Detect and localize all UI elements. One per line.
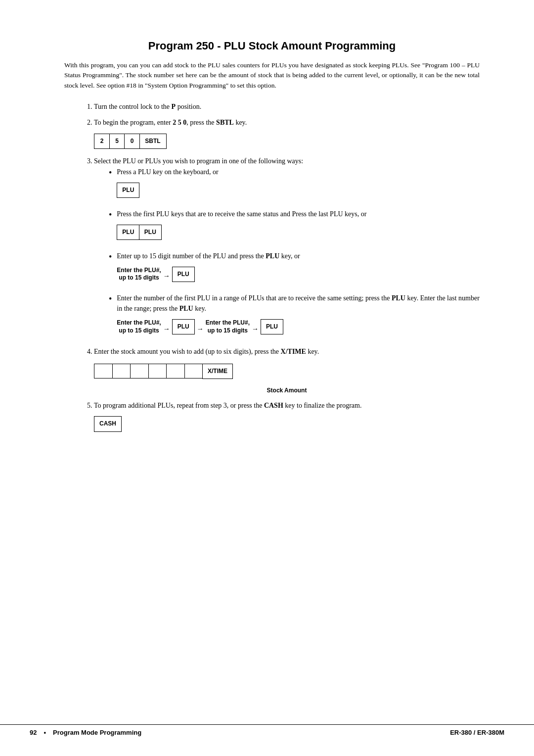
key-plu-b3: PLU — [172, 267, 195, 282]
bullet-4-dot: • — [109, 294, 112, 303]
bullet-2-content: Press the first PLU keys that are to rec… — [117, 209, 366, 247]
key-stock-1 — [94, 364, 113, 378]
footer: 92 • Program Mode Programming ER-380 / E… — [0, 724, 534, 736]
step-4-key-area: X/TIME Stock Amount — [94, 364, 480, 395]
bullet-1-content: Press a PLU key on the keyboard, or PLU — [117, 167, 218, 205]
bullet-3-labeled-key: Enter the PLU#, up to 15 digits — [117, 267, 161, 282]
bullet-3-label-line1: Enter the PLU#, — [117, 267, 161, 275]
footer-page-num: 92 — [30, 729, 37, 736]
bullet-1-dot: • — [109, 168, 112, 177]
bullet-1-text: Press a PLU key on the keyboard, or — [117, 167, 218, 178]
step-1-text: Turn the control lock to the P position. — [94, 103, 201, 110]
key-plu-b4b: PLU — [261, 319, 283, 334]
footer-right-label: ER-380 / ER-380M — [450, 729, 504, 736]
step-4-key-sequence: X/TIME — [94, 364, 233, 379]
step-3-text: Select the PLU or PLUs you wish to progr… — [94, 157, 303, 165]
step-5-keys: CASH — [94, 416, 480, 431]
step-5-text: To program additional PLUs, repeat from … — [94, 402, 361, 409]
bullet-section: • Press a PLU key on the keyboard, or PL… — [109, 167, 480, 341]
bullet-3-label-line2: up to 15 digits — [119, 274, 159, 282]
bullet-1-keys: PLU — [117, 183, 218, 198]
bullet-2-text: Press the first PLU keys that are to rec… — [117, 209, 366, 220]
bullet-2: • Press the first PLU keys that are to r… — [109, 209, 480, 247]
step-4: Enter the stock amount you wish to add (… — [94, 346, 480, 395]
bullet-3: • Enter up to 15 digit number of the PLU… — [109, 251, 480, 289]
key-xtime: X/TIME — [202, 364, 233, 379]
bullet-4-label1-line1: Enter the PLU#, — [117, 319, 161, 327]
bullet-4-label1-line2: up to 15 digits — [119, 327, 159, 335]
bullet-4-arrow3: → — [252, 324, 259, 334]
step-2-text: To begin the program, enter 2 5 0, press… — [94, 119, 247, 126]
key-0: 0 — [124, 134, 140, 149]
bullet-4-label2-line2: up to 15 digits — [208, 327, 248, 335]
bullet-4-labeled-key1: Enter the PLU#, up to 15 digits — [117, 319, 161, 334]
stock-amount-label: Stock Amount — [94, 386, 480, 395]
bullet-4-label2-line1: Enter the PLU#, — [206, 319, 250, 327]
footer-left-label: Program Mode Programming — [53, 729, 141, 736]
key-stock-4 — [148, 364, 167, 378]
bullet-4-text: Enter the number of the first PLU in a r… — [117, 293, 480, 314]
key-sbtl: SBTL — [139, 134, 167, 149]
bullet-4-arrow2: → — [197, 324, 204, 334]
bullet-2-key-seq: PLU PLU — [117, 225, 162, 240]
bullet-4-bold1: PLU — [392, 294, 405, 302]
key-stock-6 — [184, 364, 203, 378]
key-plu-b4a: PLU — [172, 319, 195, 334]
step-1-bold: P — [172, 103, 176, 110]
bullet-4-arrow1: → — [163, 324, 170, 334]
bullet-3-text: Enter up to 15 digit number of the PLU a… — [117, 251, 300, 262]
bullet-3-bold: PLU — [266, 252, 279, 260]
step-4-text: Enter the stock amount you wish to add (… — [94, 348, 319, 355]
key-stock-3 — [130, 364, 149, 378]
bullet-3-keys: Enter the PLU#, up to 15 digits → PLU — [117, 267, 300, 282]
key-plu-b2a: PLU — [117, 225, 139, 240]
page-title: Program 250 - PLU Stock Amount Programmi… — [64, 40, 480, 52]
key-cash: CASH — [94, 416, 122, 431]
step-5-bold: CASH — [264, 402, 283, 409]
step-2: To begin the program, enter 2 5 0, press… — [94, 117, 480, 149]
steps-list: Turn the control lock to the P position.… — [94, 101, 480, 432]
bullet-2-keys: PLU PLU — [117, 225, 366, 240]
bullet-3-dot: • — [109, 252, 112, 261]
key-5: 5 — [109, 134, 125, 149]
key-2: 2 — [94, 134, 110, 149]
bullet-4: • Enter the number of the first PLU in a… — [109, 293, 480, 342]
key-plu-b1: PLU — [117, 183, 139, 198]
step-2-bold-num: 2 5 0 — [173, 119, 186, 126]
key-stock-2 — [112, 364, 131, 378]
bullet-4-keys: Enter the PLU#, up to 15 digits → PLU → … — [117, 319, 480, 334]
step-5: To program additional PLUs, repeat from … — [94, 400, 480, 432]
key-plu-b2b: PLU — [139, 225, 162, 240]
step-2-key-sequence: 2 5 0 SBTL — [94, 134, 167, 149]
step-4-keys: X/TIME — [94, 364, 480, 379]
bullet-4-labeled-key2: Enter the PLU#, up to 15 digits — [206, 319, 250, 334]
bullet-4-content: Enter the number of the first PLU in a r… — [117, 293, 480, 342]
key-stock-5 — [166, 364, 185, 378]
bullet-1: • Press a PLU key on the keyboard, or PL… — [109, 167, 480, 205]
intro-paragraph: With this program, you can you can add s… — [64, 60, 480, 91]
step-2-keys: 2 5 0 SBTL — [94, 134, 480, 149]
page: Program 250 - PLU Stock Amount Programmi… — [0, 0, 534, 756]
step-2-bold-key: SBTL — [216, 119, 234, 126]
step-4-bold: X/TIME — [281, 348, 306, 355]
footer-bullet: • — [44, 729, 46, 736]
bullet-4-bold2: PLU — [179, 305, 193, 312]
step-3: Select the PLU or PLUs you wish to progr… — [94, 156, 480, 342]
footer-left: 92 • Program Mode Programming — [30, 729, 141, 736]
bullet-2-dot: • — [109, 210, 112, 219]
bullet-3-arrow: → — [163, 271, 170, 282]
step-1: Turn the control lock to the P position. — [94, 101, 480, 112]
bullet-3-content: Enter up to 15 digit number of the PLU a… — [117, 251, 300, 289]
footer-right: ER-380 / ER-380M — [450, 729, 504, 736]
